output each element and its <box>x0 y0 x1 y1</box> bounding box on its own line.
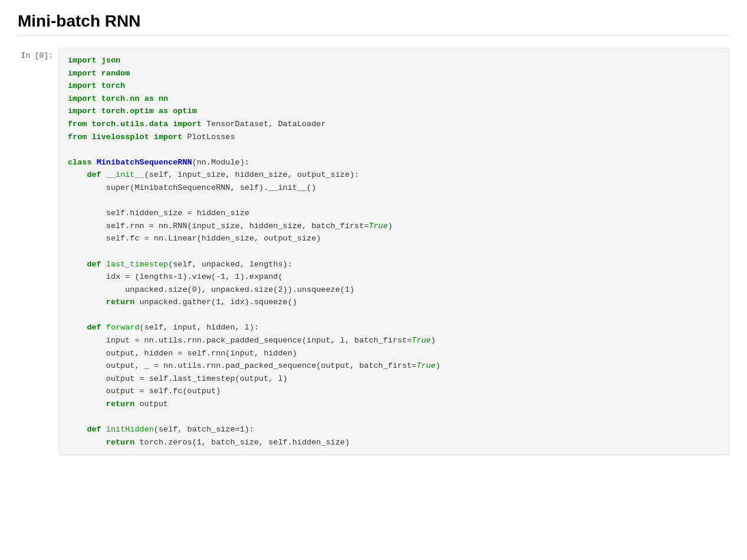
cell-label: In [0]: <box>18 48 59 60</box>
page-title: Mini-batch RNN <box>18 12 729 36</box>
code-cell: In [0]: import json import random import… <box>18 48 729 455</box>
page-container: Mini-batch RNN In [0]: import json impor… <box>0 0 747 560</box>
cell-body[interactable]: import json import random import torch i… <box>59 48 729 455</box>
